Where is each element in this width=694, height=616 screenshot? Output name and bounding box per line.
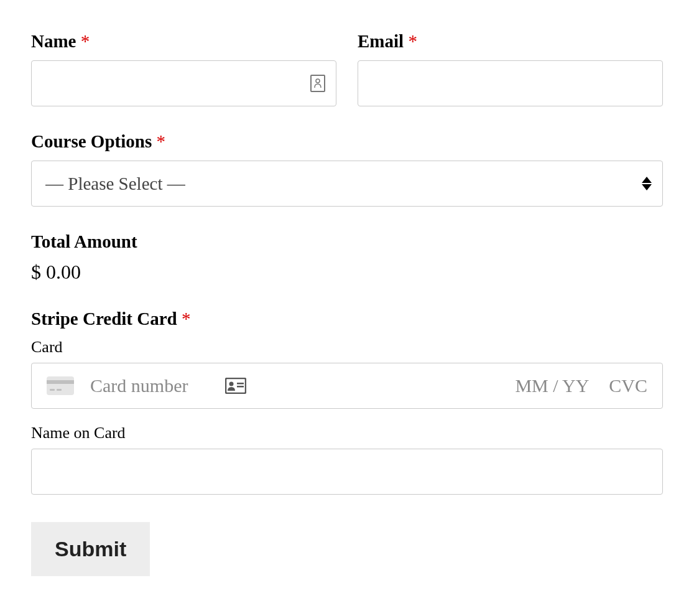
card-input-row[interactable]: Card number MM / YY CVC <box>31 363 663 409</box>
svg-rect-4 <box>57 389 62 391</box>
svg-rect-8 <box>237 386 244 388</box>
required-asterisk: * <box>182 309 191 329</box>
name-on-card-input[interactable] <box>31 449 663 495</box>
course-options-select[interactable]: — Please Select — <box>31 161 663 207</box>
total-amount-value: $ 0.00 <box>31 261 663 284</box>
card-number-placeholder: Card number <box>90 375 188 396</box>
email-label: Email * <box>358 31 663 52</box>
payment-form: Name * Email * Course Opti <box>31 31 663 576</box>
total-amount-label: Total Amount <box>31 231 663 252</box>
svg-point-0 <box>316 79 320 83</box>
svg-point-6 <box>229 382 234 386</box>
course-options-label-text: Course Options <box>31 131 152 151</box>
contact-autofill-icon[interactable] <box>310 75 325 92</box>
name-label: Name * <box>31 31 336 52</box>
required-asterisk: * <box>81 31 90 51</box>
stripe-label: Stripe Credit Card * <box>31 309 663 329</box>
name-label-text: Name <box>31 31 76 51</box>
card-cvc-placeholder: CVC <box>609 375 647 396</box>
svg-rect-2 <box>47 380 74 384</box>
course-options-label: Course Options * <box>31 131 663 152</box>
stripe-label-text: Stripe Credit Card <box>31 309 177 329</box>
required-asterisk: * <box>408 31 417 51</box>
name-input[interactable] <box>31 60 336 106</box>
name-on-card-label: Name on Card <box>31 424 663 442</box>
email-input[interactable] <box>358 60 663 106</box>
email-label-text: Email <box>358 31 404 51</box>
svg-rect-1 <box>47 376 74 395</box>
credit-card-icon <box>47 376 74 395</box>
id-card-icon <box>225 378 246 394</box>
svg-rect-7 <box>237 383 244 385</box>
card-sublabel: Card <box>31 338 663 357</box>
svg-rect-3 <box>50 389 55 391</box>
required-asterisk: * <box>156 131 165 151</box>
card-expiry-placeholder: MM / YY <box>515 375 589 396</box>
submit-button[interactable]: Submit <box>31 522 150 576</box>
